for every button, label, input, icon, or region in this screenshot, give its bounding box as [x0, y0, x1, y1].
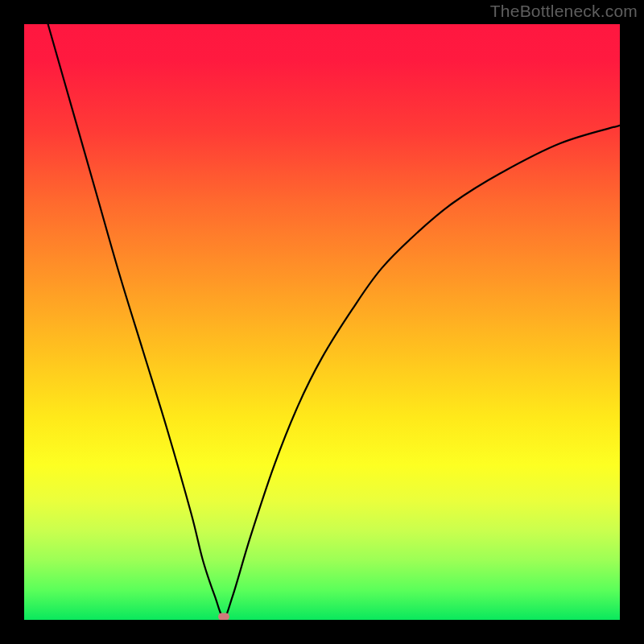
- plot-area: [24, 24, 620, 620]
- watermark-text: TheBottleneck.com: [490, 2, 638, 21]
- bottleneck-curve: [24, 24, 620, 620]
- chart-frame: TheBottleneck.com: [0, 0, 644, 644]
- minimum-marker: [218, 613, 229, 620]
